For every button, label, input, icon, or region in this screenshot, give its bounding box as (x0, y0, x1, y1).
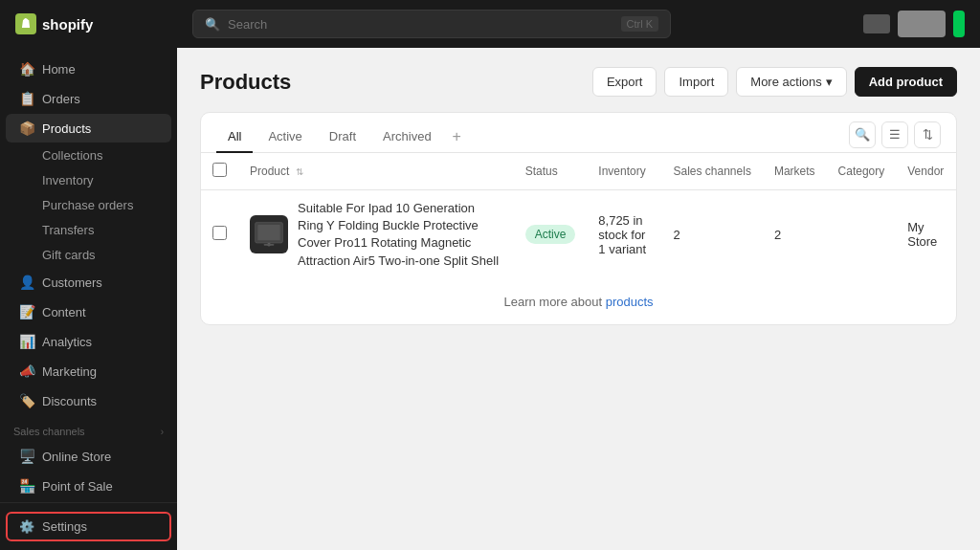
product-name[interactable]: Suitable For Ipad 10 Generation Ring Y F… (298, 200, 502, 270)
search-input[interactable] (228, 17, 613, 32)
svg-rect-4 (264, 244, 275, 246)
product-tabs: All Active Draft Archived + 🔍 ☰ (201, 113, 956, 153)
analytics-icon: 📊 (19, 334, 34, 349)
products-table-container: Product ⇅ Status Inventory Sales channel… (201, 153, 956, 279)
table-header-sales-channels: Sales channels (662, 153, 763, 190)
row-checkbox[interactable] (212, 226, 227, 240)
tab-all[interactable]: All (216, 121, 253, 153)
table-header-vendor: Vendor (896, 153, 956, 190)
products-icon: 📦 (19, 121, 34, 136)
add-product-button[interactable]: Add product (855, 67, 957, 97)
shopify-bag-icon (15, 13, 36, 34)
settings-item[interactable]: ⚙️ Settings (6, 512, 171, 541)
product-vendor-cell: My Store (896, 190, 956, 279)
sidebar-item-analytics-label: Analytics (42, 335, 92, 349)
settings-icon: ⚙️ (19, 519, 34, 534)
sidebar-item-marketing[interactable]: 📣 Marketing (6, 357, 171, 385)
product-inventory-cell: 8,725 in stock for 1 variant (587, 190, 661, 279)
learn-more-link[interactable]: products (606, 295, 654, 309)
table-header-product[interactable]: Product ⇅ (238, 153, 514, 190)
shopify-logo: shopify (15, 13, 93, 34)
topbar-status-green (953, 11, 965, 37)
sidebar-item-analytics[interactable]: 📊 Analytics (6, 327, 171, 356)
product-sort-icon: ⇅ (296, 166, 303, 177)
home-icon: 🏠 (19, 61, 34, 77)
filter-icon-btn[interactable]: ☰ (881, 121, 908, 148)
main-content: 🔍 Ctrl K Products Export Import More act… (177, 0, 980, 550)
tab-archived[interactable]: Archived (371, 121, 443, 153)
sidebar-logo: shopify (0, 0, 177, 48)
export-button[interactable]: Export (592, 67, 657, 97)
tab-add-button[interactable]: + (447, 121, 467, 153)
topbar-icon-btn-1[interactable] (863, 14, 890, 33)
search-bar[interactable]: 🔍 Ctrl K (192, 10, 671, 38)
sidebar-item-collections[interactable]: Collections (6, 143, 171, 167)
filter-icon: ☰ (889, 127, 901, 142)
sidebar-item-home[interactable]: 🏠 Home (6, 55, 171, 83)
search-shortcut: Ctrl K (621, 16, 659, 32)
learn-more-section: Learn more about products (201, 279, 956, 324)
product-info: Suitable For Ipad 10 Generation Ring Y F… (250, 200, 502, 270)
sort-icon-btn[interactable]: ⇅ (914, 121, 941, 148)
sidebar-item-inventory[interactable]: Inventory (6, 168, 171, 192)
shopify-text: shopify (42, 16, 93, 33)
tab-draft[interactable]: Draft (318, 121, 368, 153)
sales-channels-section: Sales channels › (0, 416, 177, 441)
table-header-category: Category (827, 153, 897, 190)
point-of-sale-icon: 🏪 (19, 478, 34, 494)
header-actions: Export Import More actions ▾ Add product (592, 67, 957, 97)
search-filter-icon-btn[interactable]: 🔍 (849, 121, 876, 148)
tab-active[interactable]: Active (256, 121, 313, 153)
sidebar-item-content-label: Content (42, 305, 86, 319)
sidebar-item-purchase-orders[interactable]: Purchase orders (6, 193, 171, 217)
product-sales-channels-cell: 2 (662, 190, 763, 279)
sidebar-item-products[interactable]: 📦 Products (6, 114, 171, 143)
sidebar-item-content[interactable]: 📝 Content (6, 297, 171, 326)
topbar-avatar (898, 11, 946, 37)
sidebar-item-home-label: Home (42, 62, 76, 77)
sidebar-item-customers[interactable]: 👤 Customers (6, 268, 171, 297)
page-title: Products (200, 70, 291, 95)
sidebar-item-gift-cards-label: Gift cards (42, 248, 96, 262)
online-store-icon: 🖥️ (19, 449, 34, 464)
sidebar-bottom: ⚙️ Settings (0, 502, 177, 550)
sidebar-item-gift-cards[interactable]: Gift cards (6, 243, 171, 267)
content-icon: 📝 (19, 304, 34, 319)
product-markets-cell: 2 (763, 190, 827, 279)
sidebar-item-online-store[interactable]: 🖥️ Online Store (6, 442, 171, 471)
table-header-status: Status (514, 153, 588, 190)
sidebar-navigation: 🏠 Home 📋 Orders 📦 Products Collections I… (0, 48, 177, 502)
sidebar-item-online-store-label: Online Store (42, 450, 111, 464)
table-header-inventory: Inventory (587, 153, 661, 190)
page-header: Products Export Import More actions ▾ Ad… (200, 67, 957, 97)
marketing-icon: 📣 (19, 363, 34, 379)
svg-rect-2 (257, 225, 279, 240)
tabs-right-actions: 🔍 ☰ ⇅ (849, 121, 941, 152)
sidebar-item-transfers-label: Transfers (42, 223, 94, 237)
more-actions-button[interactable]: More actions ▾ (736, 67, 846, 97)
import-button[interactable]: Import (664, 67, 728, 97)
product-status-cell: Active (514, 190, 588, 279)
product-sales-channels: 2 (674, 228, 680, 242)
sidebar-item-orders-label: Orders (42, 92, 80, 106)
sidebar-item-collections-label: Collections (42, 148, 103, 163)
sidebar-item-transfers[interactable]: Transfers (6, 218, 171, 242)
expand-icon[interactable]: › (161, 427, 164, 437)
status-badge: Active (525, 225, 576, 244)
more-actions-label: More actions (750, 75, 821, 89)
more-actions-chevron-icon: ▾ (826, 75, 833, 89)
sidebar-item-marketing-label: Marketing (42, 364, 97, 379)
customers-icon: 👤 (19, 275, 34, 290)
topbar-right (863, 11, 965, 37)
page-area: Products Export Import More actions ▾ Ad… (177, 48, 980, 550)
sidebar-item-discounts[interactable]: 🏷️ Discounts (6, 386, 171, 415)
table-header-markets: Markets (763, 153, 827, 190)
row-checkbox-cell (201, 190, 238, 279)
sidebar-item-point-of-sale-label: Point of Sale (42, 479, 113, 494)
sidebar-item-point-of-sale[interactable]: 🏪 Point of Sale (6, 472, 171, 500)
sidebar-item-orders[interactable]: 📋 Orders (6, 84, 171, 113)
products-table: Product ⇅ Status Inventory Sales channel… (201, 153, 956, 279)
select-all-checkbox[interactable] (212, 163, 227, 177)
sidebar-item-inventory-label: Inventory (42, 173, 93, 187)
sidebar: shopify 🏠 Home 📋 Orders 📦 Products Colle… (0, 0, 177, 550)
